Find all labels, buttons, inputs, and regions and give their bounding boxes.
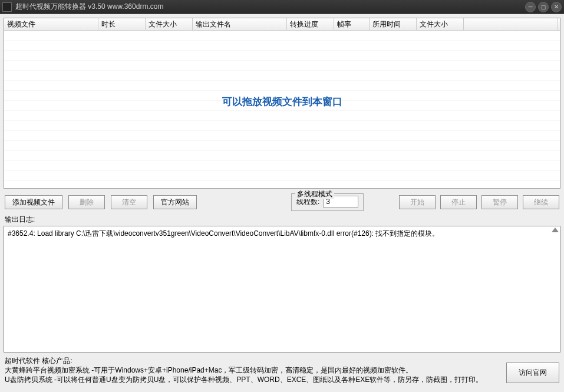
column-header-1[interactable]: 时长 bbox=[98, 18, 146, 30]
maximize-button[interactable]: ◻ bbox=[538, 2, 549, 12]
scroll-up-icon[interactable] bbox=[552, 228, 559, 232]
file-list: 视频文件时长文件大小输出文件名转换进度帧率所用时间文件大小 可以拖放视频文件到本… bbox=[4, 18, 560, 189]
file-list-body[interactable]: 可以拖放视频文件到本窗口 bbox=[4, 31, 560, 188]
log-label: 输出日志: bbox=[4, 213, 560, 226]
window-title: 超时代视频万能转换器 v3.50 www.360drm.com bbox=[15, 2, 163, 12]
log-area[interactable]: #3652.4: Load library C:\迅雷下载\videoconve… bbox=[4, 226, 560, 353]
main-area: 视频文件时长文件大小输出文件名转换进度帧率所用时间文件大小 可以拖放视频文件到本… bbox=[0, 14, 564, 392]
column-header-5[interactable]: 帧率 bbox=[334, 18, 370, 30]
start-button[interactable]: 开始 bbox=[399, 195, 436, 209]
column-header-6[interactable]: 所用时间 bbox=[370, 18, 417, 30]
thread-legend: 多线程模式 bbox=[295, 189, 334, 199]
titlebar: 超时代视频万能转换器 v3.50 www.360drm.com ─ ◻ ✕ bbox=[0, 0, 564, 14]
thread-group: 多线程模式 线程数: bbox=[291, 193, 364, 211]
drop-hint: 可以拖放视频文件到本窗口 bbox=[222, 95, 342, 108]
close-button[interactable]: ✕ bbox=[551, 2, 562, 12]
toolbar: 添加视频文件 删除 清空 官方网站 多线程模式 线程数: 开始 停止 暂停 继续 bbox=[4, 189, 560, 213]
footer-line-2: 大黄蜂跨平台视频加密系统 -可用于Windows+安卓+iPhone/iPad+… bbox=[5, 365, 506, 375]
column-header-7[interactable]: 文件大小 bbox=[417, 18, 464, 30]
clear-button[interactable]: 清空 bbox=[111, 195, 147, 209]
log-line: #3652.4: Load library C:\迅雷下载\videoconve… bbox=[8, 229, 556, 239]
footer-line-1: 超时代软件 核心产品: bbox=[5, 356, 506, 365]
add-video-button[interactable]: 添加视频文件 bbox=[5, 195, 62, 209]
footer-line-3: U盘防拷贝系统 -可以将任何普通U盘变为防拷贝U盘，可以保护各种视频、PPT、W… bbox=[5, 375, 506, 384]
column-header-8[interactable] bbox=[464, 18, 558, 30]
delete-button[interactable]: 删除 bbox=[68, 195, 105, 209]
footer: 超时代软件 核心产品: 大黄蜂跨平台视频加密系统 -可用于Windows+安卓+… bbox=[4, 353, 560, 386]
column-header-2[interactable]: 文件大小 bbox=[146, 18, 193, 30]
pause-button[interactable]: 暂停 bbox=[481, 195, 518, 209]
official-site-button[interactable]: 官方网站 bbox=[153, 195, 197, 209]
continue-button[interactable]: 继续 bbox=[523, 195, 559, 209]
file-list-header: 视频文件时长文件大小输出文件名转换进度帧率所用时间文件大小 bbox=[4, 18, 560, 31]
footer-text: 超时代软件 核心产品: 大黄蜂跨平台视频加密系统 -可用于Windows+安卓+… bbox=[5, 356, 506, 384]
stop-button[interactable]: 停止 bbox=[440, 195, 477, 209]
visit-official-button[interactable]: 访问官网 bbox=[506, 363, 559, 383]
run-buttons: 开始 停止 暂停 继续 bbox=[399, 195, 559, 209]
column-header-0[interactable]: 视频文件 bbox=[4, 18, 98, 30]
column-header-4[interactable]: 转换进度 bbox=[287, 18, 334, 30]
column-header-3[interactable]: 输出文件名 bbox=[193, 18, 287, 30]
app-icon bbox=[2, 2, 12, 12]
minimize-button[interactable]: ─ bbox=[525, 2, 536, 12]
